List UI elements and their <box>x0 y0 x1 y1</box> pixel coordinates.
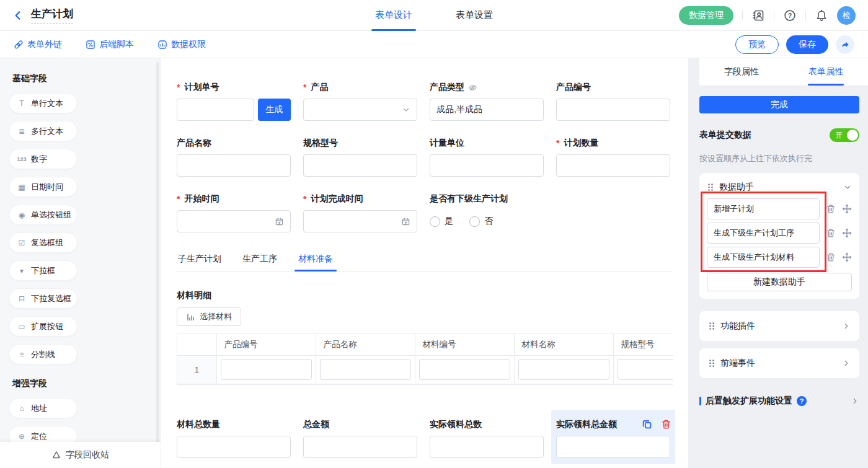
done-button[interactable]: 完成 <box>699 96 859 113</box>
radio-option-no[interactable]: 否 <box>469 216 493 227</box>
move-icon[interactable] <box>842 204 852 214</box>
cell-input[interactable] <box>518 359 609 380</box>
plugins-card[interactable]: 功能插件 <box>699 311 859 341</box>
tab-form-settings[interactable]: 表单设置 <box>456 0 493 31</box>
field-pill-single-text[interactable]: T单行文本 <box>9 93 78 113</box>
select-material-button[interactable]: 选择材料 <box>177 307 241 326</box>
actual-pick-total-input[interactable] <box>430 436 544 458</box>
pill-label: 下拉复选框 <box>31 293 71 304</box>
field-pill-radio-group[interactable]: ◉单选按钮组 <box>9 205 78 225</box>
field-label: 实际领料总金额 <box>556 418 671 431</box>
help-filled-icon[interactable]: ? <box>797 396 807 406</box>
field-pill-divider[interactable]: ≡分割线 <box>9 344 78 364</box>
product-code-input[interactable] <box>556 99 670 121</box>
sidebar-scrollbar[interactable] <box>156 62 159 459</box>
field-recycle-bin[interactable]: 字段回收站 <box>0 442 161 468</box>
multi-dropdown-icon: ⊟ <box>17 294 27 303</box>
product-select[interactable] <box>303 99 417 121</box>
total-amount-input[interactable] <box>303 436 417 458</box>
plan-number-input[interactable] <box>177 99 254 121</box>
page-title[interactable]: 生产计划 <box>31 7 73 24</box>
field-pill-extend-button[interactable]: ▭扩展按钮 <box>9 316 78 337</box>
share-button[interactable] <box>836 35 854 54</box>
field-pill-multi-text[interactable]: ≣多行文本 <box>9 121 78 141</box>
unit-input[interactable] <box>430 154 544 177</box>
field-pill-address[interactable]: ⌂地址 <box>9 398 78 418</box>
field-has-sub-plan[interactable]: 是否有下级生产计划 是 否 <box>430 193 578 232</box>
tab-material-preparation[interactable]: 材料准备 <box>297 249 334 271</box>
cell-input[interactable] <box>320 359 411 380</box>
field-finish-time[interactable]: *计划完成时间 <box>303 193 417 232</box>
notification-bell-icon[interactable] <box>815 9 828 22</box>
radio-option-yes[interactable]: 是 <box>430 216 453 227</box>
field-product-name[interactable]: 产品名称 <box>177 137 291 177</box>
field-start-time[interactable]: *开始时间 <box>177 193 291 232</box>
plan-quantity-input[interactable] <box>556 154 670 177</box>
external-link-action[interactable]: 表单外链 <box>14 39 62 50</box>
tab-sub-production-plan[interactable]: 子生产计划 <box>177 249 223 271</box>
drag-handle-icon[interactable] <box>708 322 715 330</box>
field-actual-pick-total[interactable]: 实际领料总数 <box>430 418 544 458</box>
help-icon[interactable]: ? <box>783 9 797 22</box>
start-time-input[interactable] <box>177 210 291 232</box>
product-type-input[interactable]: 成品,半成品 <box>430 99 544 121</box>
field-plan-quantity[interactable]: *计划数量 <box>556 137 670 177</box>
assistant-item-gen-process[interactable]: 生成下级生产计划工序 <box>707 223 820 244</box>
finish-time-input[interactable] <box>303 210 417 232</box>
copy-field-icon[interactable] <box>642 419 652 430</box>
back-icon[interactable] <box>12 9 25 22</box>
tab-field-properties[interactable]: 字段属性 <box>699 58 784 86</box>
field-spec-model[interactable]: 规格型号 <box>303 137 417 177</box>
chevron-down-icon[interactable] <box>843 183 852 192</box>
drag-handle-icon[interactable] <box>708 359 715 368</box>
save-button[interactable]: 保存 <box>786 35 828 54</box>
pill-label: 数字 <box>31 154 47 165</box>
drag-handle-icon[interactable] <box>707 183 714 192</box>
tab-production-process[interactable]: 生产工序 <box>241 249 278 271</box>
tab-form-design[interactable]: 表单设计 <box>375 0 412 31</box>
field-product[interactable]: *产品 <box>303 81 417 121</box>
preview-button[interactable]: 预览 <box>735 35 779 54</box>
assistant-item-gen-material[interactable]: 生成下级生产计划材料 <box>707 247 820 268</box>
backend-script-action[interactable]: 后端脚本 <box>86 39 134 50</box>
field-plan-number[interactable]: *计划单号 生成 <box>177 81 291 121</box>
data-assistant-header[interactable]: 数据助手 <box>707 179 852 195</box>
tab-form-properties[interactable]: 表单属性 <box>784 58 868 86</box>
new-assistant-button[interactable]: 新建数据助手 <box>707 273 852 291</box>
field-material-total-qty[interactable]: 材料总数量 <box>177 418 291 458</box>
cell-input[interactable] <box>419 359 510 380</box>
cell-input[interactable] <box>221 359 312 380</box>
data-permission-action[interactable]: 数据权限 <box>157 39 206 50</box>
contacts-book-icon[interactable] <box>751 9 765 22</box>
generate-button[interactable]: 生成 <box>258 99 291 121</box>
field-pill-dropdown[interactable]: ▾下拉框 <box>9 260 78 281</box>
field-pill-datetime[interactable]: ▦日期时间 <box>9 177 78 197</box>
field-pill-number[interactable]: 123数字 <box>9 149 78 169</box>
field-actual-pick-amount-selected[interactable]: 实际领料总金额 <box>556 418 670 458</box>
field-product-code[interactable]: 产品编号 <box>556 81 670 121</box>
actual-pick-amount-input[interactable] <box>556 436 670 458</box>
field-product-type[interactable]: 产品类型 成品,半成品 <box>430 81 544 121</box>
move-icon[interactable] <box>842 252 852 262</box>
field-total-amount[interactable]: 总金额 <box>303 418 417 458</box>
frontend-events-card[interactable]: 前端事件 <box>699 348 859 378</box>
submit-data-toggle[interactable]: 开 <box>830 128 859 142</box>
field-unit[interactable]: 计量单位 <box>430 137 544 177</box>
post-trigger-settings[interactable]: 后置触发扩展功能设置 ? <box>699 395 859 407</box>
delete-icon[interactable] <box>826 204 836 214</box>
delete-field-icon[interactable] <box>661 419 671 430</box>
product-name-input[interactable] <box>177 154 291 177</box>
radio-icon <box>430 216 440 227</box>
data-manage-button[interactable]: 数据管理 <box>679 6 733 25</box>
delete-icon[interactable] <box>826 228 836 238</box>
material-total-qty-input[interactable] <box>177 436 291 458</box>
user-avatar[interactable]: 检 <box>837 6 856 25</box>
field-pill-checkbox-group[interactable]: ☑复选框组 <box>9 232 78 253</box>
delete-icon[interactable] <box>826 252 836 262</box>
assistant-item-new-subplan[interactable]: 新增子计划 <box>707 198 820 219</box>
cell-input[interactable] <box>618 359 673 380</box>
spec-model-input[interactable] <box>303 154 417 177</box>
table-row: 1 <box>177 355 673 384</box>
move-icon[interactable] <box>842 228 852 238</box>
field-pill-multi-dropdown[interactable]: ⊟下拉复选框 <box>9 288 78 309</box>
